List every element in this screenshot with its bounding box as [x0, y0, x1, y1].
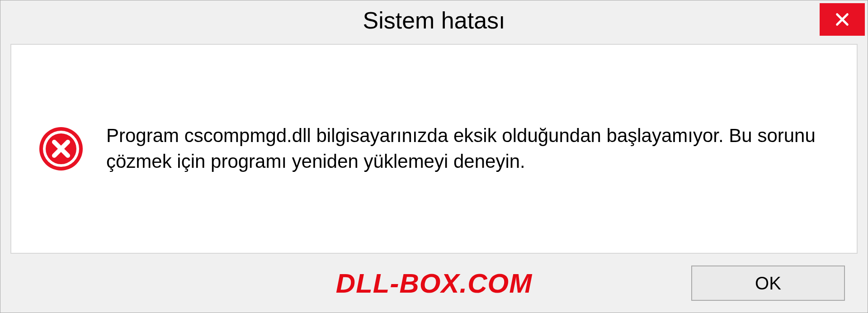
error-message: Program cscompmgd.dll bilgisayarınızda e… — [106, 123, 830, 174]
system-error-dialog: Sistem hatası Program cscompmgd.dll bilg… — [0, 0, 868, 313]
content-area: Program cscompmgd.dll bilgisayarınızda e… — [10, 44, 858, 254]
error-icon — [38, 126, 84, 171]
ok-button[interactable]: OK — [691, 266, 845, 301]
close-icon — [835, 12, 850, 27]
footer-bar: DLL-BOX.COM OK — [0, 254, 868, 313]
watermark-text: DLL-BOX.COM — [336, 268, 532, 299]
close-button[interactable] — [820, 3, 865, 36]
title-bar: Sistem hatası — [0, 0, 868, 40]
dialog-title: Sistem hatası — [363, 7, 505, 34]
